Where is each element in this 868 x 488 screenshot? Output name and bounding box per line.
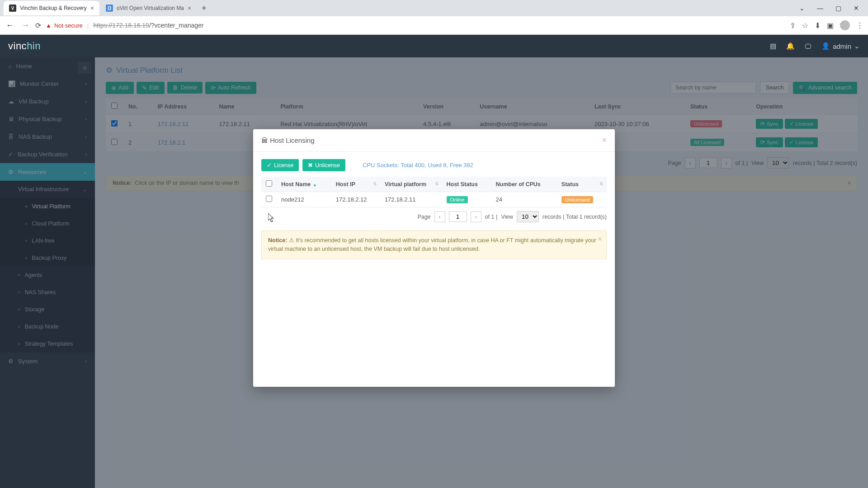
close-icon[interactable]: × <box>598 235 602 244</box>
share-icon[interactable]: ⇪ <box>790 21 796 30</box>
warning-icon: ▲ <box>46 22 52 29</box>
profile-avatar[interactable] <box>840 20 850 30</box>
select-all-checkbox[interactable] <box>266 180 272 187</box>
col-hoststatus[interactable]: Host Status <box>442 177 491 192</box>
modal-backdrop[interactable]: 🏛 Host Licensing × ✓License ✖Unlicense C… <box>0 57 868 488</box>
browser-chrome: V Vinchin Backup & Recovery × O oVirt Op… <box>0 0 868 35</box>
maximize-icon[interactable]: ▢ <box>830 2 846 14</box>
page-input[interactable] <box>449 211 467 222</box>
sort-asc-icon: ▲ <box>312 182 317 187</box>
panel-icon[interactable]: ▣ <box>827 21 834 30</box>
window-controls: ⌄ — ▢ ✕ <box>794 2 864 14</box>
notice-text: It's recommended to get all hosts licens… <box>268 237 596 252</box>
host-table: Host Name▲ Host IP⇅ Virtual platform⇅ Ho… <box>261 177 607 207</box>
favicon: O <box>106 5 113 12</box>
modal-notice: Notice: ⚠ It's recommended to get all ho… <box>261 230 607 259</box>
col-hostip[interactable]: Host IP⇅ <box>331 177 380 192</box>
table-row: node212 172.18.2.12 172.18.2.11 Online 2… <box>261 192 607 207</box>
security-label: Not secure <box>54 22 83 29</box>
user-name: admin <box>833 42 851 50</box>
modal-pager: Page ‹ › of 1 | View 10 records | Total … <box>261 211 607 222</box>
next-page-button[interactable]: › <box>471 211 481 222</box>
tab-bar: V Vinchin Backup & Recovery × O oVirt Op… <box>0 0 868 16</box>
col-vp[interactable]: Virtual platform⇅ <box>380 177 442 192</box>
status-badge: Unlicensed <box>561 196 593 203</box>
close-icon[interactable]: × <box>90 5 94 12</box>
modal-header: 🏛 Host Licensing × <box>253 129 615 152</box>
cell: 24 <box>491 192 557 207</box>
modal-title: Host Licensing <box>270 136 314 144</box>
pager-records: records | Total 1 record(s) <box>542 214 607 220</box>
license-button[interactable]: ✓License <box>261 159 299 171</box>
user-icon: 👤 <box>821 42 830 50</box>
chevron-down-icon: ⌄ <box>854 42 860 50</box>
status-badge: Online <box>447 196 468 203</box>
x-icon: ✖ <box>308 162 313 169</box>
screen-icon[interactable]: 🖵 <box>805 42 811 50</box>
col-status[interactable]: Status⇅ <box>557 177 607 192</box>
forward-icon: → <box>20 21 31 30</box>
sort-icon: ⇅ <box>373 181 377 186</box>
pager-view-label: View <box>501 214 513 220</box>
col-cpus[interactable]: Number of CPUs <box>491 177 557 192</box>
unlicense-button[interactable]: ✖Unlicense <box>302 159 345 171</box>
download-icon[interactable]: ⬇ <box>815 21 821 30</box>
btn-label: License <box>274 162 293 169</box>
license-icon: 🏛 <box>261 136 268 144</box>
url-display[interactable]: https://172.18.16.19/?vcenter_manager <box>93 22 203 29</box>
sort-icon: ⇅ <box>435 181 439 186</box>
chevron-down-icon[interactable]: ⌄ <box>794 2 810 14</box>
browser-tab-active[interactable]: V Vinchin Backup & Recovery × <box>4 1 99 15</box>
sort-icon: ⇅ <box>599 181 603 186</box>
bell-icon[interactable]: 🔔 <box>786 42 795 50</box>
brand-logo: vinchin <box>8 40 41 52</box>
app-topbar: vinchin ▤ 🔔 🖵 👤 admin ⌄ <box>0 35 868 57</box>
reload-icon[interactable]: ⟳ <box>35 21 41 30</box>
address-bar: ← → ⟳ ▲ Not secure | https://172.18.16.1… <box>0 16 868 34</box>
favicon: V <box>9 5 16 12</box>
tab-title: oVirt Open Virtualization Ma <box>117 5 184 11</box>
close-icon[interactable]: × <box>188 5 191 12</box>
cpu-sockets-info: CPU Sockets: Total 400, Used 8, Free 392 <box>363 162 473 169</box>
btn-label: Unlicense <box>315 162 340 169</box>
pager-label: Page <box>417 214 430 220</box>
prev-page-button[interactable]: ‹ <box>434 211 445 222</box>
cell: 172.18.2.11 <box>380 192 442 207</box>
user-menu[interactable]: 👤 admin ⌄ <box>821 42 860 50</box>
row-checkbox[interactable] <box>266 196 272 202</box>
browser-tab-inactive[interactable]: O oVirt Open Virtualization Ma × <box>100 1 197 15</box>
pager-of: of 1 | <box>485 214 498 220</box>
close-icon[interactable]: × <box>602 136 607 145</box>
close-window-icon[interactable]: ✕ <box>848 2 864 14</box>
cell: 172.18.2.12 <box>331 192 380 207</box>
check-icon: ✓ <box>267 162 272 169</box>
cell: node212 <box>277 192 331 207</box>
new-tab-button[interactable]: + <box>198 4 210 13</box>
host-licensing-modal: 🏛 Host Licensing × ✓License ✖Unlicense C… <box>253 129 615 387</box>
warning-icon: ⚠ <box>289 237 294 244</box>
page-size-select[interactable]: 10 <box>517 211 539 222</box>
addr-right: ⇪ ☆ ⬇ ▣ ⋮ <box>790 20 863 30</box>
menu-icon[interactable]: ⋮ <box>856 21 863 30</box>
notice-label: Notice: <box>268 237 287 244</box>
modal-toolbar: ✓License ✖Unlicense CPU Sockets: Total 4… <box>261 159 607 171</box>
back-icon[interactable]: ← <box>5 21 15 30</box>
list-icon[interactable]: ▤ <box>770 42 776 50</box>
security-indicator[interactable]: ▲ Not secure <box>46 22 83 29</box>
tab-title: Vinchin Backup & Recovery <box>20 5 87 11</box>
col-hostname[interactable]: Host Name▲ <box>277 177 331 192</box>
minimize-icon[interactable]: — <box>812 2 828 14</box>
star-icon[interactable]: ☆ <box>802 21 808 30</box>
